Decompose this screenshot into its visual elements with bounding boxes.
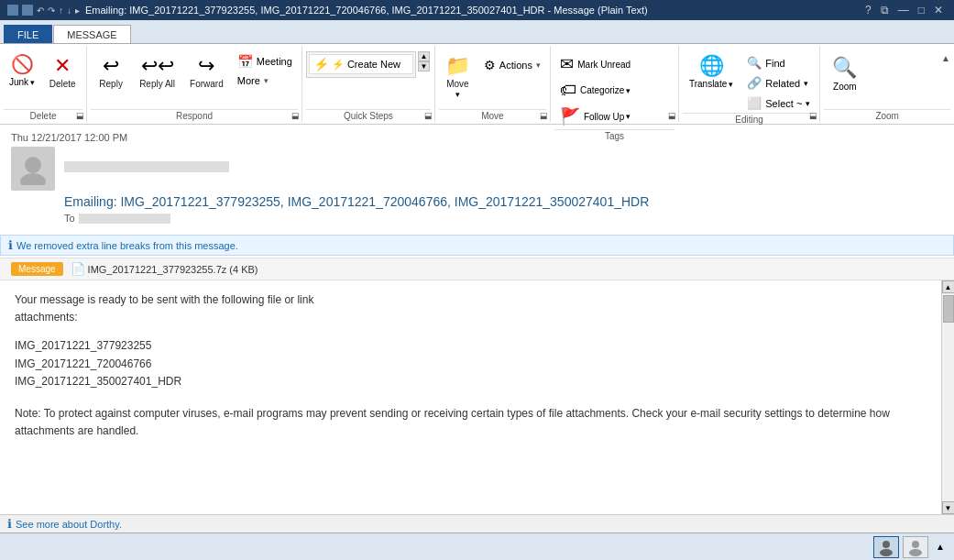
body-file3: IMG_20171221_350027401_HDR [15, 373, 927, 390]
related-icon: 🔗 [747, 76, 762, 90]
svg-point-1 [20, 173, 46, 185]
scroll-thumb[interactable] [943, 295, 954, 323]
quickstep-down[interactable]: ▼ [418, 61, 430, 71]
mark-unread-icon: ✉ [560, 54, 574, 74]
scrollbar[interactable]: ▲ ▼ [941, 280, 954, 514]
message-date: Thu 12/21/2017 12:00 PM [11, 132, 943, 143]
reply-all-button[interactable]: ↩↩ Reply All [133, 49, 181, 93]
email-body-area: BLEEPING COMPUTER Your message is ready … [0, 280, 954, 514]
create-new-quick-step[interactable]: ⚡ ⚡ Create New [309, 54, 413, 74]
related-button[interactable]: 🔗 Related ▾ [741, 73, 816, 93]
more-label: More [237, 75, 260, 86]
to-label: To [64, 213, 75, 224]
title-bar: ↶ ↷ ↑ ↓ ▸ Emailing: IMG_20171221_3779232… [0, 0, 954, 20]
forward-icon: ↪ [198, 54, 214, 78]
translate-button[interactable]: 🌐 Translate ▾ [683, 49, 740, 93]
reply-button[interactable]: ↩ Reply [91, 49, 131, 93]
categorize-dropdown-icon: ▾ [626, 86, 631, 95]
select-button[interactable]: ⬜ Select ~ ▾ [741, 93, 816, 113]
svg-point-5 [909, 549, 922, 556]
delete-group-expand[interactable]: ⬓ [76, 111, 84, 120]
quickstep-up[interactable]: ▲ [418, 51, 430, 61]
editing-group-expand[interactable]: ⬓ [809, 111, 817, 120]
move-group-label: Move [439, 109, 546, 122]
more-dropdown-icon: ▾ [264, 76, 269, 85]
attachment-filename: IMG_20171221_377923255.7z (4 KB) [88, 264, 258, 275]
minimize-button[interactable]: — [894, 4, 913, 16]
meeting-button[interactable]: 📅 Meeting [232, 51, 298, 71]
reply-label: Reply [99, 79, 123, 89]
actions-label: Actions [499, 60, 532, 71]
help-button[interactable]: ? [861, 4, 875, 16]
forward-label: Forward [190, 79, 224, 89]
maximize-button[interactable]: □ [915, 4, 928, 16]
email-body: Your message is ready to be sent with th… [0, 280, 941, 451]
ribbon-section-editing: 🌐 Translate ▾ 🔍 Find 🔗 Related ▾ ⬜ [679, 46, 820, 122]
body-file2: IMG_20171221_720046766 [15, 356, 927, 373]
ribbon-collapse-btn[interactable]: ▲ [941, 53, 950, 63]
zoom-button[interactable]: 🔍 Zoom [824, 49, 865, 98]
actions-button[interactable]: ⚙ Actions ▾ [478, 55, 546, 75]
person-btn-2[interactable] [903, 536, 928, 558]
attachments-bar: Message 📄 IMG_20171221_377923255.7z (4 K… [0, 258, 954, 280]
scroll-down-button[interactable]: ▼ [942, 501, 955, 514]
ribbon-section-zoom: 🔍 Zoom ▲ Zoom [820, 46, 954, 122]
message-header: Thu 12/21/2017 12:00 PM Emailing: IMG_20… [0, 125, 954, 233]
related-label: Related [765, 78, 800, 89]
person-btn-1[interactable] [873, 536, 899, 558]
respond-group-label: Respond [91, 109, 298, 122]
svg-point-0 [25, 157, 41, 173]
tags-buttons: ✉ Mark Unread 🏷 Categorize ▾ 🚩 Follow U [554, 51, 636, 129]
ribbon-section-move: 📁 Move ▾ ⚙ Actions ▾ Move ⬓ [435, 46, 551, 122]
mark-unread-button[interactable]: ✉ Mark Unread [554, 51, 636, 77]
delete-button[interactable]: ✕ Delete [42, 49, 82, 93]
quicksteps-group-label: Quick Steps [306, 109, 431, 122]
restore-button[interactable]: ⧉ [877, 4, 893, 16]
info-message: We removed extra line breaks from this m… [16, 240, 238, 251]
delete-group-label: Delete [4, 109, 82, 122]
close-button[interactable]: ✕ [930, 4, 947, 16]
translate-label: Translate [689, 79, 727, 89]
categorize-button[interactable]: 🏷 Categorize ▾ [554, 78, 636, 103]
status-info-icon: ℹ [7, 517, 12, 531]
email-body-scroll[interactable]: BLEEPING COMPUTER Your message is ready … [0, 280, 941, 514]
move-button[interactable]: 📁 Move ▾ [439, 49, 477, 104]
select-icon: ⬜ [747, 96, 762, 110]
body-line1: Your message is ready to be sent with th… [15, 291, 927, 309]
tags-group-label: Tags [554, 129, 674, 142]
move-group-expand[interactable]: ⬓ [540, 111, 548, 120]
actions-dropdown-icon: ▾ [536, 60, 541, 70]
quickstep-create-icon: ⚡ [313, 57, 329, 71]
scroll-up-button[interactable]: ▲ [942, 280, 955, 293]
move-dropdown-icon: ▾ [455, 90, 460, 99]
meeting-icon: 📅 [237, 54, 253, 69]
move-icon: 📁 [445, 54, 470, 78]
mark-unread-label: Mark Unread [577, 60, 631, 70]
delete-icon: ✕ [54, 54, 71, 78]
followup-button[interactable]: 🚩 Follow Up ▾ [554, 104, 636, 129]
ribbon-section-tags: ✉ Mark Unread 🏷 Categorize ▾ 🚩 Follow U [551, 46, 679, 122]
ribbon-section-quicksteps: ⚡ ⚡ Create New ▲ ▼ Quick Steps ⬓ [302, 46, 435, 122]
attachment-file[interactable]: 📄 IMG_20171221_377923255.7z (4 KB) [71, 262, 258, 276]
translate-dropdown-icon: ▾ [729, 80, 733, 89]
quicksteps-arrows: ▲ ▼ [418, 51, 430, 71]
bottom-expand-button[interactable]: ▲ [932, 540, 949, 554]
forward-button[interactable]: ↪ Forward [183, 49, 230, 93]
respond-small-btns: 📅 Meeting More ▾ [232, 51, 298, 89]
respond-group-expand[interactable]: ⬓ [291, 111, 300, 120]
tab-file[interactable]: FILE [4, 25, 52, 43]
quicksteps-group-expand[interactable]: ⬓ [424, 111, 433, 120]
junk-button[interactable]: 🚫 Junk ▾ [4, 49, 40, 91]
file-icon: 📄 [71, 262, 85, 276]
editing-group-label: Editing [683, 113, 816, 126]
body-note: Note: To protect against computer viruse… [15, 405, 927, 440]
meeting-label: Meeting [257, 56, 292, 67]
find-button[interactable]: 🔍 Find [741, 53, 816, 72]
junk-dropdown-icon: ▾ [30, 78, 35, 87]
ribbon: 🚫 Junk ▾ ✕ Delete Delete ⬓ ↩ Reply ↩↩ Re… [0, 44, 954, 125]
tab-message[interactable]: MESSAGE [53, 25, 130, 43]
more-respond-button[interactable]: More ▾ [232, 72, 298, 89]
info-bar: ℹ We removed extra line breaks from this… [0, 235, 954, 256]
tags-group-expand[interactable]: ⬓ [668, 111, 676, 120]
zoom-label: Zoom [833, 82, 857, 92]
